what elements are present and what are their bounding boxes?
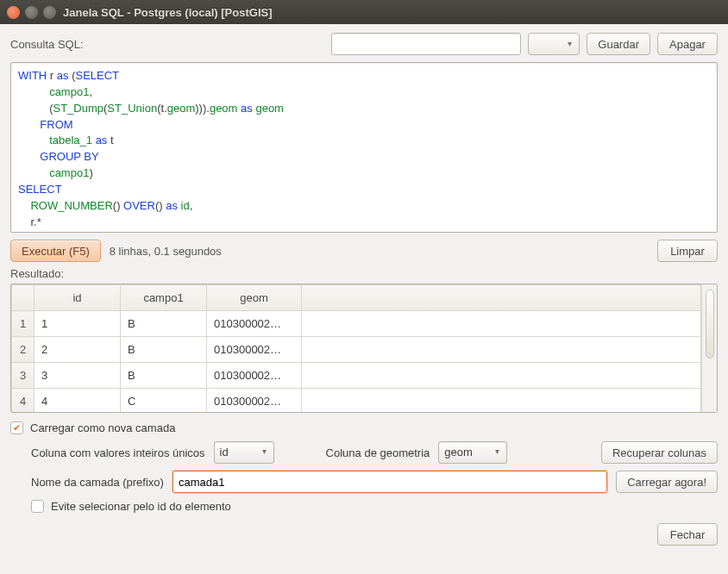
maximize-icon[interactable] bbox=[43, 6, 56, 19]
consult-label: Consulta SQL: bbox=[10, 38, 84, 51]
avoid-pk-checkbox[interactable] bbox=[31, 500, 44, 513]
cell-id: 4 bbox=[35, 389, 121, 413]
avoid-pk-label: Evite selecionar pelo id do elemento bbox=[51, 500, 231, 513]
row-number: 1 bbox=[12, 311, 35, 337]
geom-col-dropdown[interactable]: geom bbox=[438, 441, 507, 464]
load-now-button[interactable]: Carregar agora! bbox=[616, 471, 718, 493]
history-dropdown-button[interactable] bbox=[528, 33, 580, 55]
execute-button[interactable]: Executar (F5) bbox=[10, 240, 101, 262]
cell-campo1: B bbox=[121, 337, 207, 363]
delete-button[interactable]: Apagar bbox=[657, 33, 718, 55]
cell-geom: 010300002… bbox=[207, 311, 302, 337]
cell-geom: 010300002… bbox=[207, 337, 302, 363]
col-campo1[interactable]: campo1 bbox=[121, 285, 207, 311]
geom-col-value: geom bbox=[444, 446, 473, 459]
cell-campo1: B bbox=[121, 311, 207, 337]
row-number: 3 bbox=[12, 363, 35, 389]
result-label: Resultado: bbox=[10, 267, 718, 280]
geom-col-label: Coluna de geometria bbox=[326, 446, 430, 459]
result-table-container: id campo1 geom 11B010300002…22B010300002… bbox=[10, 284, 718, 413]
close-icon[interactable] bbox=[7, 6, 20, 19]
titlebar: Janela SQL - Postgres (local) [PostGIS] bbox=[0, 0, 728, 24]
row-number: 4 bbox=[12, 389, 35, 413]
result-table: id campo1 geom 11B010300002…22B010300002… bbox=[11, 284, 701, 412]
cell-campo1: B bbox=[121, 363, 207, 389]
cell-id: 1 bbox=[35, 311, 121, 337]
table-row[interactable]: 33B010300002… bbox=[12, 363, 701, 389]
cell-geom: 010300002… bbox=[207, 363, 302, 389]
result-scrollbar[interactable] bbox=[701, 284, 717, 412]
table-row[interactable]: 44C010300002… bbox=[12, 389, 701, 413]
recover-columns-button[interactable]: Recuperar colunas bbox=[601, 441, 718, 464]
uid-col-dropdown[interactable]: id bbox=[214, 441, 274, 464]
save-button[interactable]: Guardar bbox=[587, 33, 650, 55]
result-corner bbox=[12, 285, 35, 311]
sql-editor[interactable]: WITH r as (SELECT campo1, (ST_Dump(ST_Un… bbox=[10, 62, 718, 233]
col-geom[interactable]: geom bbox=[207, 285, 302, 311]
cell-id: 2 bbox=[35, 337, 121, 363]
table-row[interactable]: 22B010300002… bbox=[12, 337, 701, 363]
window-title: Janela SQL - Postgres (local) [PostGIS] bbox=[63, 6, 273, 19]
cell-campo1: C bbox=[121, 389, 207, 413]
window-controls bbox=[7, 6, 56, 19]
col-id[interactable]: id bbox=[35, 285, 121, 311]
uid-col-value: id bbox=[220, 446, 229, 459]
history-input[interactable] bbox=[331, 33, 521, 55]
load-as-layer-label: Carregar como nova camada bbox=[30, 421, 175, 434]
table-row[interactable]: 11B010300002… bbox=[12, 311, 701, 337]
minimize-icon[interactable] bbox=[25, 6, 38, 19]
uid-col-label: Coluna com valores inteiros únicos bbox=[31, 446, 205, 459]
cell-geom: 010300002… bbox=[207, 389, 302, 413]
cell-id: 3 bbox=[35, 363, 121, 389]
execute-status: 8 linhas, 0.1 segundos bbox=[110, 245, 222, 258]
clear-button[interactable]: Limpar bbox=[657, 240, 718, 262]
close-button[interactable]: Fechar bbox=[657, 523, 718, 546]
layer-name-input[interactable] bbox=[173, 471, 607, 493]
load-as-layer-checkbox[interactable] bbox=[10, 421, 23, 434]
row-number: 2 bbox=[12, 337, 35, 363]
layer-name-label: Nome da camada (prefixo) bbox=[31, 476, 164, 489]
col-blank bbox=[302, 285, 701, 311]
